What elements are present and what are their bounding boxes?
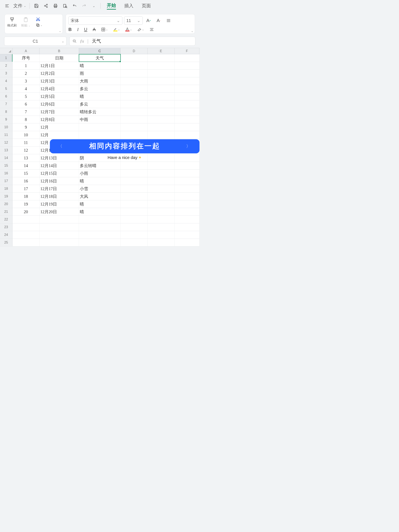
cell[interactable] <box>120 123 147 131</box>
cell[interactable] <box>175 162 200 169</box>
font-color-button[interactable]: A ⌄ <box>125 28 132 31</box>
cell[interactable]: 多云 <box>79 100 120 108</box>
align2-button[interactable] <box>149 27 154 32</box>
cell[interactable] <box>120 200 147 208</box>
cell[interactable] <box>147 162 175 169</box>
cell[interactable] <box>147 216 175 223</box>
cell[interactable] <box>175 170 200 177</box>
row-header[interactable]: 22 <box>0 216 13 223</box>
cell[interactable] <box>175 54 200 62</box>
cell[interactable] <box>147 100 175 108</box>
row-header[interactable]: 3 <box>0 70 13 77</box>
cell[interactable] <box>175 108 200 115</box>
borders-button[interactable]: ⌄ <box>101 27 108 32</box>
cell[interactable] <box>120 162 147 169</box>
cell[interactable]: 12月15日 <box>39 170 79 177</box>
cell[interactable]: 20 <box>13 208 39 215</box>
print-preview-icon[interactable] <box>61 2 69 10</box>
row-header[interactable]: 20 <box>0 200 13 208</box>
cell[interactable] <box>120 231 147 239</box>
cell[interactable]: 12月8日 <box>39 116 79 123</box>
cell[interactable] <box>79 123 120 131</box>
row-header[interactable]: 16 <box>0 170 13 177</box>
cut-button[interactable] <box>36 17 42 21</box>
file-menu[interactable]: 文件 ⌄ <box>13 3 27 9</box>
cell[interactable]: 11 <box>13 139 39 146</box>
cell[interactable] <box>120 100 147 108</box>
cell[interactable] <box>175 200 200 208</box>
active-cell[interactable]: 天气 <box>79 54 120 62</box>
cell[interactable] <box>147 223 175 231</box>
cell[interactable]: 大雨 <box>79 77 120 85</box>
cell[interactable]: 12月18日 <box>39 193 79 200</box>
cell[interactable]: 晴 <box>79 93 120 100</box>
menu-icon[interactable] <box>3 2 11 10</box>
cell[interactable]: 4 <box>13 85 39 93</box>
cell[interactable]: 12月20日 <box>39 208 79 215</box>
cell[interactable] <box>147 193 175 200</box>
zoom-out-icon[interactable] <box>73 39 77 43</box>
cell[interactable] <box>79 216 120 223</box>
row-header[interactable]: 10 <box>0 123 13 131</box>
cell[interactable]: 晴 <box>79 177 120 185</box>
row-header[interactable]: 18 <box>0 185 13 192</box>
cell[interactable] <box>175 116 200 123</box>
cell[interactable] <box>147 62 175 70</box>
print-icon[interactable] <box>51 2 60 10</box>
redo-icon[interactable] <box>80 2 88 10</box>
tab-insert[interactable]: 插入 <box>124 3 133 9</box>
cell[interactable] <box>175 131 200 139</box>
paste-button[interactable]: 粘贴 ⌄ <box>21 16 30 27</box>
cell[interactable] <box>175 223 200 231</box>
cell[interactable] <box>175 231 200 239</box>
cell[interactable] <box>175 239 200 246</box>
row-header[interactable]: 11 <box>0 131 13 139</box>
cell[interactable] <box>147 208 175 215</box>
cell[interactable] <box>13 223 39 231</box>
cell[interactable]: 日期 <box>39 54 79 62</box>
cell[interactable] <box>147 77 175 85</box>
font-name-select[interactable]: 宋体 ⌄ <box>68 16 122 25</box>
cell[interactable] <box>175 185 200 192</box>
cell[interactable] <box>175 100 200 108</box>
font-size-select[interactable]: 11 ⌄ <box>124 16 143 25</box>
cell[interactable] <box>13 239 39 246</box>
tab-start[interactable]: 开始 <box>107 2 116 10</box>
row-header[interactable]: 15 <box>0 162 13 169</box>
cell[interactable] <box>147 239 175 246</box>
row-header[interactable]: 14 <box>0 154 13 162</box>
cell[interactable]: 12月2日 <box>39 70 79 77</box>
cell[interactable] <box>175 70 200 77</box>
save-icon[interactable] <box>32 2 40 10</box>
row-header[interactable]: 23 <box>0 223 13 231</box>
col-header-F[interactable]: F <box>175 48 200 54</box>
row-header[interactable]: 8 <box>0 108 13 115</box>
cell[interactable]: 12月16日 <box>39 177 79 185</box>
cell[interactable] <box>175 193 200 200</box>
cell[interactable] <box>147 200 175 208</box>
italic-button[interactable]: I <box>77 27 79 32</box>
cell[interactable]: 12月 <box>39 131 79 139</box>
cell[interactable]: 1 <box>13 62 39 70</box>
cell[interactable]: 12月6日 <box>39 100 79 108</box>
cell[interactable]: 6 <box>13 100 39 108</box>
col-header-E[interactable]: E <box>147 48 175 54</box>
cell[interactable]: 5 <box>13 93 39 100</box>
bold-button[interactable]: B <box>68 27 72 32</box>
cell[interactable]: 序号 <box>13 54 39 62</box>
cell[interactable] <box>147 231 175 239</box>
cell[interactable] <box>147 116 175 123</box>
row-header[interactable]: 9 <box>0 116 13 123</box>
row-header[interactable]: 13 <box>0 146 13 154</box>
cell[interactable] <box>175 216 200 223</box>
cell[interactable] <box>120 85 147 93</box>
cell[interactable] <box>120 170 147 177</box>
shrink-font-button[interactable]: A- <box>154 16 163 25</box>
cell[interactable]: 13 <box>13 154 39 162</box>
strikethrough-button[interactable]: A <box>93 27 96 32</box>
row-header[interactable]: 19 <box>0 193 13 200</box>
cell[interactable]: 16 <box>13 177 39 185</box>
cell[interactable] <box>147 131 175 139</box>
undo-icon[interactable] <box>70 2 79 10</box>
cell[interactable] <box>120 239 147 246</box>
